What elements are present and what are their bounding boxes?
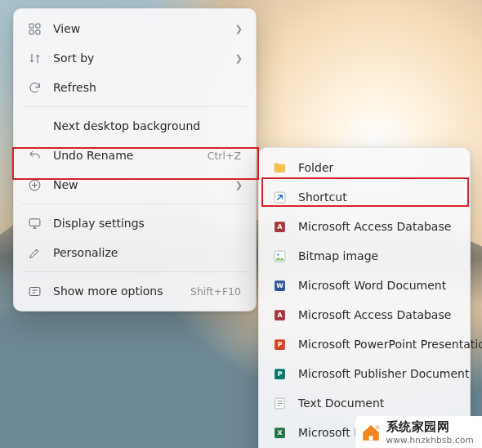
submenu-item-label: Shortcut: [298, 190, 457, 204]
menu-item-label: View: [53, 22, 219, 35]
submenu-item-shortcut[interactable]: Shortcut: [264, 182, 465, 212]
menu-item-shortcut: Shift+F10: [190, 285, 241, 298]
submenu-item-label: Microsoft Word Document: [298, 279, 457, 292]
refresh-icon: [27, 80, 42, 95]
menu-item-display-settings[interactable]: Display settings: [19, 208, 251, 238]
svg-text:A: A: [277, 311, 282, 319]
watermark-house-icon: [360, 422, 382, 443]
submenu-item-label: Folder: [298, 161, 457, 174]
svg-rect-1: [35, 24, 39, 28]
display-icon: [27, 216, 42, 231]
more-options-icon: [27, 284, 42, 298]
personalize-icon: [27, 245, 42, 260]
undo-icon: [27, 148, 42, 163]
submenu-item-label: Microsoft Access Database: [298, 308, 457, 321]
svg-point-11: [276, 253, 279, 255]
menu-item-label: Refresh: [53, 81, 243, 94]
submenu-item-text[interactable]: Text Document: [264, 388, 465, 418]
svg-rect-0: [29, 24, 33, 28]
view-icon: [27, 21, 42, 36]
submenu-item-label: Text Document: [298, 396, 457, 410]
submenu-item-bitmap[interactable]: Bitmap image: [264, 241, 465, 271]
menu-item-sort-by[interactable]: Sort by ❯: [19, 43, 251, 73]
svg-rect-3: [35, 29, 39, 34]
spacer-icon: [27, 119, 42, 133]
shortcut-icon: [272, 190, 287, 204]
submenu-item-word[interactable]: W Microsoft Word Document: [264, 271, 465, 300]
menu-item-undo-rename[interactable]: Undo Rename Ctrl+Z: [19, 141, 251, 170]
new-icon: [27, 177, 42, 192]
sort-icon: [27, 51, 42, 65]
svg-rect-6: [29, 287, 40, 295]
submenu-item-publisher[interactable]: P Microsoft Publisher Document: [264, 359, 465, 388]
menu-item-refresh[interactable]: Refresh: [19, 73, 251, 102]
watermark-url: www.hnzkhbsb.com: [386, 435, 474, 445]
menu-item-label: Next desktop background: [53, 119, 243, 132]
svg-text:A: A: [277, 223, 282, 231]
svg-point-23: [376, 425, 379, 428]
menu-item-view[interactable]: View ❯: [19, 14, 251, 43]
menu-item-label: Personalize: [53, 246, 243, 259]
menu-item-label: Sort by: [53, 52, 219, 65]
submenu-item-powerpoint[interactable]: P Microsoft PowerPoint Presentation: [264, 329, 465, 359]
powerpoint-icon: P: [272, 337, 287, 352]
chevron-right-icon: ❯: [235, 53, 243, 64]
svg-rect-5: [29, 218, 40, 226]
submenu-item-folder[interactable]: Folder: [264, 153, 465, 182]
access-icon: A: [272, 307, 287, 322]
menu-item-label: Show more options: [53, 284, 179, 298]
submenu-item-label: Microsoft PowerPoint Presentation: [298, 338, 482, 351]
menu-separator: [22, 271, 248, 272]
menu-item-show-more-options[interactable]: Show more options Shift+F10: [19, 276, 251, 306]
bitmap-icon: [272, 249, 287, 263]
svg-rect-2: [29, 29, 33, 34]
excel-icon: X: [272, 425, 287, 440]
chevron-right-icon: ❯: [235, 24, 243, 34]
menu-separator: [22, 204, 248, 204]
svg-text:X: X: [277, 429, 282, 437]
menu-item-shortcut: Ctrl+Z: [208, 150, 241, 162]
new-submenu: Folder Shortcut A Microsoft Access Datab…: [258, 147, 471, 448]
watermark-title: 系统家园网: [386, 419, 474, 435]
submenu-item-access-db-2[interactable]: A Microsoft Access Database: [264, 300, 465, 329]
text-icon: [272, 396, 287, 410]
submenu-item-label: Microsoft Publisher Document: [298, 367, 469, 380]
menu-item-next-background[interactable]: Next desktop background: [19, 111, 251, 141]
menu-separator: [22, 106, 248, 107]
word-icon: W: [272, 278, 287, 293]
watermark: 系统家园网 www.hnzkhbsb.com: [355, 416, 482, 448]
submenu-item-access-db[interactable]: A Microsoft Access Database: [264, 212, 465, 241]
access-icon: A: [272, 219, 287, 234]
menu-item-label: Undo Rename: [53, 149, 196, 162]
submenu-item-label: Microsoft Access Database: [298, 220, 457, 233]
folder-icon: [272, 160, 287, 175]
submenu-item-label: Bitmap image: [298, 249, 457, 262]
menu-item-label: New: [53, 178, 219, 191]
menu-item-personalize[interactable]: Personalize: [19, 238, 251, 267]
svg-text:W: W: [276, 282, 283, 289]
menu-item-label: Display settings: [53, 217, 243, 230]
svg-text:P: P: [277, 370, 282, 378]
chevron-right-icon: ❯: [235, 180, 243, 190]
publisher-icon: P: [272, 366, 287, 381]
menu-item-new[interactable]: New ❯: [19, 170, 251, 199]
svg-text:P: P: [277, 341, 282, 348]
desktop-context-menu: View ❯ Sort by ❯ Refresh Next desktop ba…: [13, 8, 257, 311]
